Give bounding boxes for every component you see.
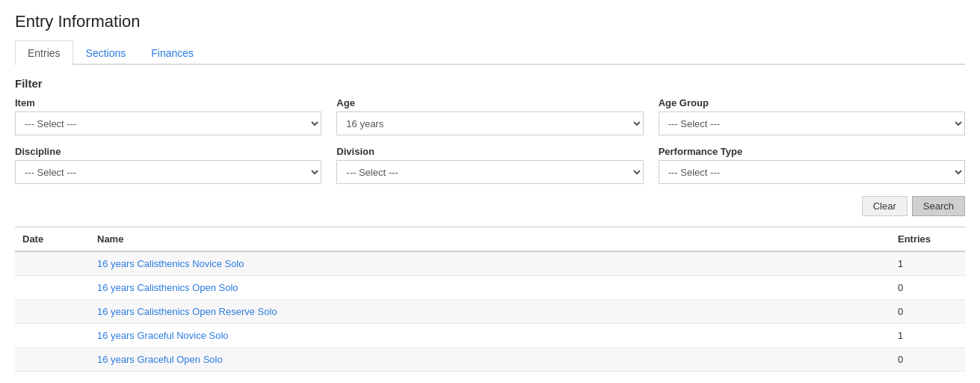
filter-agegroup-group: Age Group --- Select --- <box>659 97 965 135</box>
cell-name: 16 years Calisthenics Open Reserve Solo <box>90 300 890 324</box>
table-row: 16 years Graceful Novice Solo1 <box>15 324 965 348</box>
filter-item-group: Item --- Select --- <box>15 97 321 135</box>
cell-date <box>15 348 90 372</box>
cell-date <box>15 276 90 300</box>
performance-type-label: Performance Type <box>659 146 965 157</box>
page-title: Entry Information <box>15 12 965 31</box>
table-row: 16 years Calisthenics Open Reserve Solo0 <box>15 300 965 324</box>
clear-button[interactable]: Clear <box>862 196 907 216</box>
cell-entries: 1 <box>890 251 965 276</box>
tab-entries[interactable]: Entries <box>15 40 73 65</box>
col-header-entries: Entries <box>890 227 965 252</box>
tab-finances[interactable]: Finances <box>138 40 206 65</box>
cell-name: 16 years Calisthenics Novice Solo <box>90 251 890 276</box>
entry-link[interactable]: 16 years Calisthenics Open Solo <box>97 282 238 293</box>
age-select[interactable]: 16 years <box>336 111 643 135</box>
table-row: 16 years Calisthenics Open Solo0 <box>15 276 965 300</box>
table-header-row: Date Name Entries <box>15 227 965 252</box>
cell-date <box>15 251 90 276</box>
entry-link[interactable]: 16 years Calisthenics Novice Solo <box>97 258 244 269</box>
tab-sections[interactable]: Sections <box>73 40 139 65</box>
filter-division-group: Division --- Select --- <box>336 146 643 184</box>
cell-entries: 1 <box>890 324 965 348</box>
table-row: 16 years Graceful Open Solo0 <box>15 348 965 372</box>
division-label: Division <box>336 146 643 157</box>
col-header-date: Date <box>15 227 90 252</box>
discipline-select[interactable]: --- Select --- <box>15 160 321 184</box>
age-label: Age <box>336 97 643 108</box>
item-label: Item <box>15 97 321 108</box>
cell-entries: 0 <box>890 300 965 324</box>
filter-row-2: Discipline --- Select --- Division --- S… <box>15 146 965 184</box>
filter-section: Filter Item --- Select --- Age 16 years … <box>15 77 965 184</box>
cell-entries: 0 <box>890 276 965 300</box>
age-group-label: Age Group <box>659 97 965 108</box>
col-header-name: Name <box>90 227 890 252</box>
age-group-select[interactable]: --- Select --- <box>659 111 965 135</box>
cell-name: 16 years Calisthenics Open Solo <box>90 276 890 300</box>
search-button[interactable]: Search <box>912 196 965 216</box>
action-buttons: Clear Search <box>15 196 965 216</box>
performance-type-select[interactable]: --- Select --- <box>659 160 965 184</box>
entry-link[interactable]: 16 years Calisthenics Open Reserve Solo <box>97 306 277 317</box>
filter-discipline-group: Discipline --- Select --- <box>15 146 321 184</box>
filter-performance-type-group: Performance Type --- Select --- <box>659 146 965 184</box>
cell-date <box>15 324 90 348</box>
item-select[interactable]: --- Select --- <box>15 111 321 135</box>
cell-date <box>15 300 90 324</box>
filter-row-1: Item --- Select --- Age 16 years Age Gro… <box>15 97 965 135</box>
cell-name: 16 years Graceful Novice Solo <box>90 324 890 348</box>
table-row: 16 years Calisthenics Novice Solo1 <box>15 251 965 276</box>
filter-title: Filter <box>15 77 965 90</box>
filter-age-group: Age 16 years <box>336 97 643 135</box>
entry-link[interactable]: 16 years Graceful Open Solo <box>97 354 223 365</box>
results-table: Date Name Entries 16 years Calisthenics … <box>15 227 965 372</box>
cell-name: 16 years Graceful Open Solo <box>90 348 890 372</box>
entry-link[interactable]: 16 years Graceful Novice Solo <box>97 330 229 341</box>
division-select[interactable]: --- Select --- <box>336 160 643 184</box>
discipline-label: Discipline <box>15 146 321 157</box>
tab-bar: Entries Sections Finances <box>15 40 965 65</box>
cell-entries: 0 <box>890 348 965 372</box>
